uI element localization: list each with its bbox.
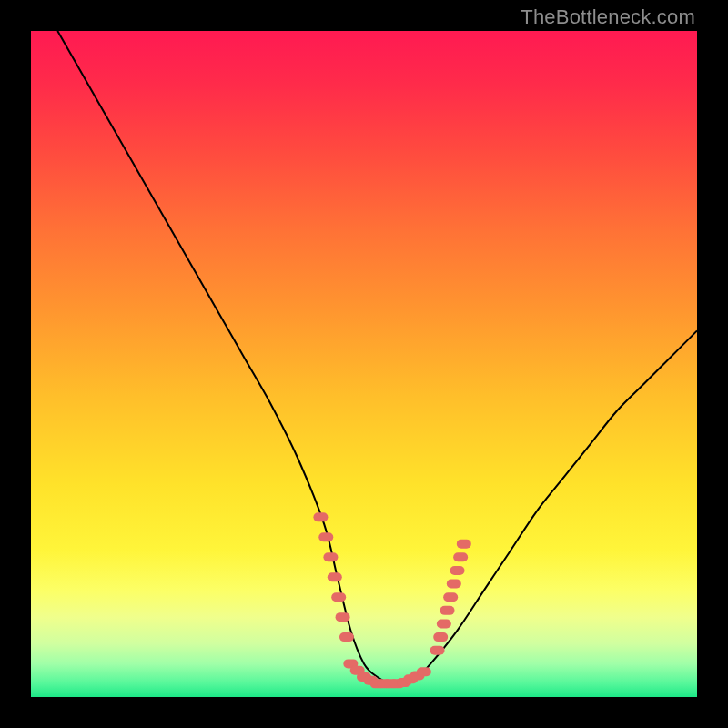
curve-marker bbox=[457, 540, 471, 549]
curve-marker bbox=[453, 552, 468, 561]
bottleneck-curve bbox=[57, 31, 697, 684]
curve-marker bbox=[430, 646, 445, 655]
chart-svg bbox=[31, 31, 697, 697]
curve-marker bbox=[318, 532, 333, 541]
curve-marker bbox=[339, 632, 354, 642]
curve-marker bbox=[437, 619, 451, 628]
curve-marker bbox=[336, 612, 350, 622]
curve-marker bbox=[440, 606, 455, 615]
curve-marker bbox=[450, 566, 464, 575]
chart-frame bbox=[31, 31, 697, 697]
curve-marker bbox=[433, 632, 448, 642]
curve-marker bbox=[323, 552, 338, 561]
curve-marker bbox=[331, 592, 346, 602]
curve-marker bbox=[447, 580, 461, 589]
curve-marker bbox=[417, 667, 431, 676]
curve-marker bbox=[443, 592, 458, 602]
watermark-text: TheBottleneck.com bbox=[521, 5, 695, 29]
curve-marker bbox=[313, 512, 328, 521]
curve-marker bbox=[328, 572, 342, 581]
